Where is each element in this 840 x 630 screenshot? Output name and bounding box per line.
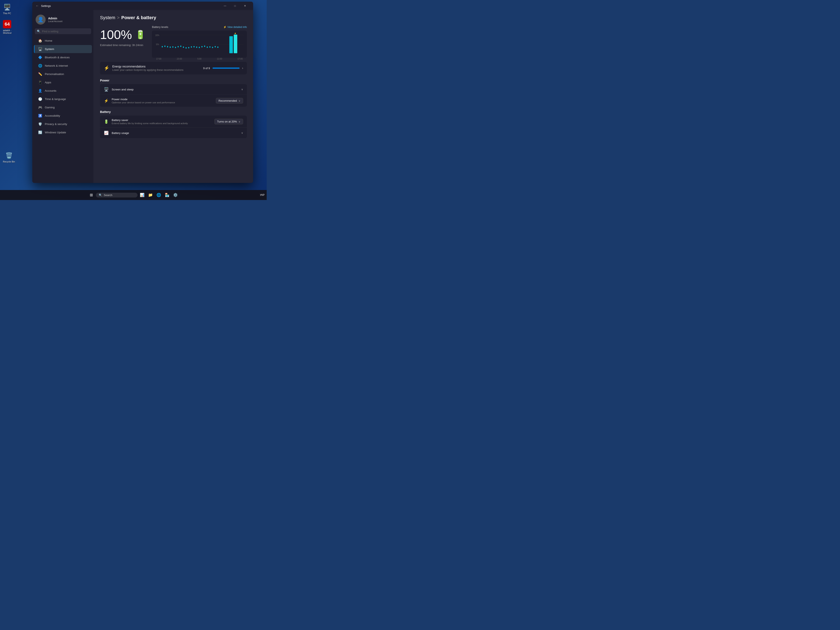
title-bar-controls: — □ ✕	[220, 3, 250, 9]
battery-usage-left: 📈 Battery usage	[104, 131, 129, 135]
taskbar-settings[interactable]: ⚙️	[172, 191, 179, 199]
sidebar-item-apps[interactable]: 📱 Apps	[34, 78, 92, 87]
energy-icon: ⚡	[104, 65, 109, 71]
close-button[interactable]: ✕	[240, 3, 250, 9]
battery-usage-icon: 📈	[104, 131, 109, 135]
battery-saver-row[interactable]: 🔋 Battery saver Extend battery life by l…	[100, 115, 247, 128]
back-button[interactable]: ←	[36, 4, 39, 8]
taskbar-widgets[interactable]: 📊	[138, 191, 146, 199]
taskbar-search-icon: 🔍	[99, 194, 102, 197]
taskbar-search-label: Search	[104, 194, 112, 197]
energy-chevron-icon: ›	[242, 66, 243, 70]
svg-point-16	[194, 46, 194, 47]
svg-text:100%: 100%	[155, 34, 159, 36]
user-avatar: 👤	[36, 14, 46, 25]
maximize-button[interactable]: □	[230, 3, 240, 9]
svg-point-13	[186, 47, 187, 49]
taskbar-edge[interactable]: 🌐	[155, 191, 163, 199]
desktop-icon-thispc[interactable]: 🖥️ This PC	[2, 2, 13, 16]
battery-chart-svg: 100% 50%	[155, 33, 243, 56]
power-mode-left: ⚡ Power mode Optimise your device based …	[104, 98, 175, 104]
minimize-button[interactable]: —	[220, 3, 230, 9]
power-mode-dropdown-icon: ∨	[238, 99, 240, 102]
battery-saver-dropdown[interactable]: Turns on at 20% ∨	[215, 119, 243, 125]
search-box[interactable]: 🔍	[35, 28, 91, 34]
sidebar-item-time[interactable]: 🕐 Time & language	[34, 95, 92, 103]
chart-label-17b: 17:00	[237, 58, 243, 60]
screen-sleep-chevron-icon: ∨	[241, 88, 243, 91]
estimated-label: Estimated time remaining:	[100, 44, 131, 47]
power-mode-subtitle: Optimise your device based on power use …	[112, 101, 175, 104]
energy-right: 9 of 9 ›	[203, 66, 243, 70]
svg-point-23	[212, 47, 213, 48]
main-content: System > Power & battery 100% 🔋 Estimate…	[94, 10, 253, 183]
taskbar-store[interactable]: 🏪	[163, 191, 171, 199]
chart-label-5: 5:00	[197, 58, 202, 60]
time-icon: 🕐	[38, 97, 42, 101]
sidebar-label-home: Home	[45, 39, 52, 42]
sidebar-label-bluetooth: Bluetooth & devices	[45, 56, 69, 59]
chart-label-11: 11:00	[217, 58, 222, 60]
taskbar-language: УКР	[260, 194, 265, 196]
desktop-icon-aida[interactable]: 64 aida64 -Shortcut	[2, 19, 13, 35]
battery-saver-text: Battery saver Extend battery life by lim…	[112, 118, 188, 125]
sidebar-item-privacy[interactable]: 🛡️ Privacy & security	[34, 120, 92, 128]
start-button[interactable]: ⊞	[87, 191, 95, 199]
battery-status: 100% 🔋 Estimated time remaining: 3h 24mi…	[100, 25, 145, 58]
svg-point-21	[207, 46, 208, 48]
gaming-icon: 🎮	[38, 106, 42, 109]
power-mode-row[interactable]: ⚡ Power mode Optimise your device based …	[100, 95, 247, 107]
top-section: 100% 🔋 Estimated time remaining: 3h 24mi…	[100, 25, 247, 58]
sidebar-item-network[interactable]: 🌐 Network & internet	[34, 62, 92, 70]
energy-recommendations-card[interactable]: ⚡ Energy recommendations Lower your carb…	[100, 62, 247, 74]
svg-point-12	[183, 46, 184, 48]
nav-menu: 🏠 Home 🖥️ System 🔷 Bluetooth & devices 🌐…	[32, 37, 93, 136]
system-icon: 🖥️	[38, 47, 42, 51]
battery-estimated: Estimated time remaining: 3h 24min	[100, 44, 145, 47]
battery-saver-icon: 🔋	[104, 119, 109, 124]
sidebar-item-accessibility[interactable]: ♿ Accessibility	[34, 112, 92, 120]
power-mode-right: Recommended ∨	[216, 98, 243, 104]
desktop-icon-recycle[interactable]: 🗑️ Recycle Bin	[2, 150, 16, 164]
view-detailed-link[interactable]: ⚡ View detailed info	[223, 25, 247, 28]
bluetooth-icon: 🔷	[38, 55, 42, 59]
power-section-header: Power	[100, 79, 247, 82]
desktop: 🖥️ This PC 64 aida64 -Shortcut 🗑️ Recycl…	[0, 0, 267, 200]
battery-saver-title: Battery saver	[112, 118, 188, 122]
user-name: Admin	[48, 17, 63, 20]
sidebar-label-accounts: Accounts	[45, 89, 57, 92]
screen-sleep-icon: 🖥️	[104, 87, 109, 92]
screen-sleep-text: Screen and sleep	[112, 88, 134, 91]
power-settings-card: 🖥️ Screen and sleep ∨ ⚡	[100, 84, 247, 107]
chart-label-17a: 17:00	[156, 58, 161, 60]
power-mode-dropdown[interactable]: Recommended ∨	[216, 98, 243, 104]
taskbar-files[interactable]: 📁	[147, 191, 154, 199]
recycle-icon: 🗑️	[5, 151, 13, 159]
svg-text:50%: 50%	[156, 43, 159, 46]
sidebar-item-bluetooth[interactable]: 🔷 Bluetooth & devices	[34, 53, 92, 62]
battery-saver-right: Turns on at 20% ∨	[215, 119, 243, 125]
chart-area: 100% 50%	[152, 31, 247, 58]
taskbar: ⊞ 🔍 Search 📊 📁 🌐 🏪 ⚙️ УКР	[0, 190, 267, 200]
svg-point-14	[188, 47, 189, 48]
battery-usage-row[interactable]: 📈 Battery usage ∨	[100, 128, 247, 138]
sidebar-item-home[interactable]: 🏠 Home	[34, 37, 92, 45]
sidebar-item-personalisation[interactable]: ✏️ Personalisation	[34, 70, 92, 78]
sidebar-item-system[interactable]: 🖥️ System	[34, 45, 92, 53]
sidebar-item-gaming[interactable]: 🎮 Gaming	[34, 103, 92, 112]
sidebar-item-update[interactable]: 🔄 Windows Update	[34, 128, 92, 136]
screen-sleep-row[interactable]: 🖥️ Screen and sleep ∨	[100, 84, 247, 95]
svg-point-20	[204, 46, 205, 47]
svg-point-4	[162, 46, 163, 47]
svg-point-11	[180, 46, 182, 47]
svg-rect-26	[229, 36, 233, 53]
taskbar-right: УКР	[260, 194, 265, 196]
user-profile[interactable]: 👤 Admin Local Account	[32, 12, 93, 28]
breadcrumb: System > Power & battery	[100, 15, 247, 21]
search-input[interactable]	[42, 30, 89, 33]
sidebar-label-time: Time & language	[45, 98, 66, 101]
sidebar-item-accounts[interactable]: 👤 Accounts	[34, 87, 92, 95]
svg-point-7	[170, 46, 171, 48]
taskbar-search[interactable]: 🔍 Search	[96, 193, 137, 197]
view-detailed-text: View detailed info	[227, 25, 247, 28]
